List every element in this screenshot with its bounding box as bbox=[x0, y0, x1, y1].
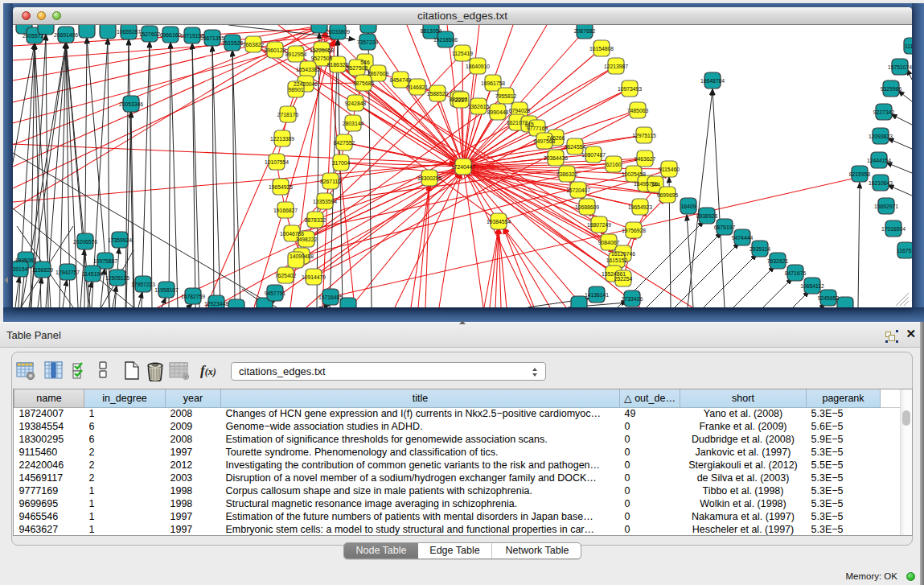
svg-text:22420046: 22420046 bbox=[294, 81, 318, 87]
svg-text:11123: 11123 bbox=[905, 43, 912, 49]
svg-text:8990448: 8990448 bbox=[487, 109, 509, 115]
svg-text:16210643: 16210643 bbox=[869, 180, 893, 186]
svg-text:9474444: 9474444 bbox=[732, 235, 754, 241]
svg-text:16409: 16409 bbox=[681, 204, 696, 209]
svg-text:19654923: 19654923 bbox=[628, 204, 652, 210]
svg-text:8427552: 8427552 bbox=[334, 140, 355, 146]
svg-text:7485063: 7485063 bbox=[627, 108, 649, 113]
svg-text:62160: 62160 bbox=[606, 162, 622, 167]
svg-text:8267110: 8267110 bbox=[320, 179, 341, 184]
svg-text:10973493: 10973493 bbox=[618, 86, 642, 92]
svg-text:6966160: 6966160 bbox=[160, 32, 182, 38]
svg-text:16961758: 16961758 bbox=[481, 80, 505, 86]
svg-text:15692971: 15692971 bbox=[874, 204, 898, 209]
svg-text:8960128: 8960128 bbox=[265, 47, 286, 53]
svg-text:10107554: 10107554 bbox=[265, 159, 289, 165]
svg-text:344: 344 bbox=[651, 182, 660, 187]
svg-text:8471676: 8471676 bbox=[785, 270, 807, 276]
svg-text:17359924: 17359924 bbox=[108, 237, 132, 243]
svg-text:10975887: 10975887 bbox=[93, 258, 117, 264]
svg-text:1615152: 1615152 bbox=[606, 257, 628, 263]
svg-text:1935061: 1935061 bbox=[15, 257, 37, 263]
svg-text:9777169: 9777169 bbox=[527, 126, 548, 131]
svg-text:252254: 252254 bbox=[614, 276, 633, 282]
svg-text:16782759: 16782759 bbox=[181, 294, 205, 299]
svg-text:1733426: 1733426 bbox=[622, 296, 643, 302]
svg-text:12213389: 12213389 bbox=[270, 136, 294, 142]
svg-text:16671355: 16671355 bbox=[200, 35, 224, 41]
svg-text:3875685: 3875685 bbox=[353, 80, 375, 86]
svg-text:9463627: 9463627 bbox=[634, 156, 656, 162]
svg-text:15716485: 15716485 bbox=[318, 295, 343, 300]
svg-text:8912954: 8912954 bbox=[285, 51, 307, 57]
svg-text:18640910: 18640910 bbox=[466, 64, 490, 69]
svg-text:9227342: 9227342 bbox=[873, 109, 895, 115]
svg-text:13353594: 13353594 bbox=[313, 199, 337, 204]
svg-text:1156829: 1156829 bbox=[32, 267, 53, 273]
svg-text:7515526: 7515526 bbox=[222, 40, 244, 46]
svg-text:317004: 317004 bbox=[332, 160, 351, 166]
svg-text:6497568: 6497568 bbox=[534, 138, 556, 144]
svg-text:7663822: 7663822 bbox=[243, 42, 265, 47]
svg-text:15226058: 15226058 bbox=[310, 47, 334, 53]
svg-text:12444154: 12444154 bbox=[867, 158, 891, 163]
svg-text:12923448: 12923448 bbox=[204, 301, 228, 307]
svg-text:1125419: 1125419 bbox=[452, 51, 473, 56]
svg-text:16120746: 16120746 bbox=[611, 251, 635, 257]
svg-text:19218506: 19218506 bbox=[433, 37, 458, 43]
svg-text:7955812: 7955812 bbox=[495, 93, 517, 99]
svg-text:9115460: 9115460 bbox=[659, 167, 680, 172]
svg-text:8215958: 8215958 bbox=[849, 171, 871, 177]
svg-text:546: 546 bbox=[360, 60, 370, 65]
svg-text:19166827: 19166827 bbox=[273, 208, 298, 213]
svg-text:12505135: 12505135 bbox=[105, 275, 129, 281]
svg-text:2718176: 2718176 bbox=[277, 112, 299, 117]
svg-text:6879197: 6879197 bbox=[714, 225, 736, 230]
svg-text:12213987: 12213987 bbox=[604, 64, 628, 69]
svg-text:10655287: 10655287 bbox=[117, 29, 141, 35]
svg-text:12093823: 12093823 bbox=[869, 134, 893, 139]
svg-text:10688609: 10688609 bbox=[575, 204, 599, 210]
svg-text:18807249: 18807249 bbox=[587, 222, 611, 228]
svg-text:19756928: 19756928 bbox=[622, 228, 646, 233]
svg-text:14099488: 14099488 bbox=[290, 253, 314, 259]
svg-text:18300295: 18300295 bbox=[417, 175, 441, 181]
svg-text:1145194: 1145194 bbox=[82, 271, 103, 277]
svg-text:19654925: 19654925 bbox=[269, 184, 293, 190]
svg-text:9329966: 9329966 bbox=[881, 86, 902, 92]
svg-text:8938928: 8938928 bbox=[696, 213, 718, 219]
svg-text:16154808: 16154808 bbox=[589, 46, 614, 51]
svg-text:15751074: 15751074 bbox=[888, 64, 912, 70]
svg-text:9242848: 9242848 bbox=[345, 101, 367, 106]
svg-text:20055723: 20055723 bbox=[23, 33, 47, 39]
svg-text:98901: 98901 bbox=[289, 87, 304, 93]
svg-text:20206576: 20206576 bbox=[73, 239, 97, 245]
svg-text:9084067: 9084067 bbox=[598, 240, 620, 245]
svg-text:7357224: 7357224 bbox=[357, 39, 379, 45]
svg-text:17957223: 17957223 bbox=[131, 282, 155, 287]
svg-text:9527508: 9527508 bbox=[347, 65, 368, 71]
svg-text:10914479: 10914479 bbox=[302, 274, 326, 280]
svg-text:9457791: 9457791 bbox=[265, 290, 286, 296]
svg-text:2867608: 2867608 bbox=[368, 71, 389, 76]
svg-text:1362615: 1362615 bbox=[468, 104, 490, 109]
svg-text:1527602: 1527602 bbox=[139, 31, 161, 37]
svg-text:8454749: 8454749 bbox=[390, 77, 412, 83]
svg-text:116753: 116753 bbox=[897, 248, 912, 253]
svg-text:2037: 2037 bbox=[454, 97, 466, 103]
svg-text:7386322: 7386322 bbox=[556, 171, 578, 177]
svg-text:7625402: 7625402 bbox=[275, 273, 297, 278]
svg-text:16543382: 16543382 bbox=[296, 67, 320, 72]
svg-text:9245652: 9245652 bbox=[818, 295, 840, 301]
svg-text:12975115: 12975115 bbox=[632, 133, 656, 138]
svg-text:15720407: 15720407 bbox=[566, 187, 590, 193]
svg-text:10046786: 10046786 bbox=[280, 231, 304, 237]
svg-text:16033809: 16033809 bbox=[326, 29, 350, 35]
svg-text:2087682: 2087682 bbox=[574, 28, 596, 34]
svg-text:1588520: 1588520 bbox=[427, 91, 449, 97]
svg-text:10025458: 10025458 bbox=[622, 171, 646, 177]
svg-text:3498222: 3498222 bbox=[296, 237, 318, 242]
svg-text:20364436: 20364436 bbox=[544, 155, 568, 161]
svg-text:2935114: 2935114 bbox=[749, 246, 770, 252]
svg-text:2803144: 2803144 bbox=[343, 121, 364, 126]
